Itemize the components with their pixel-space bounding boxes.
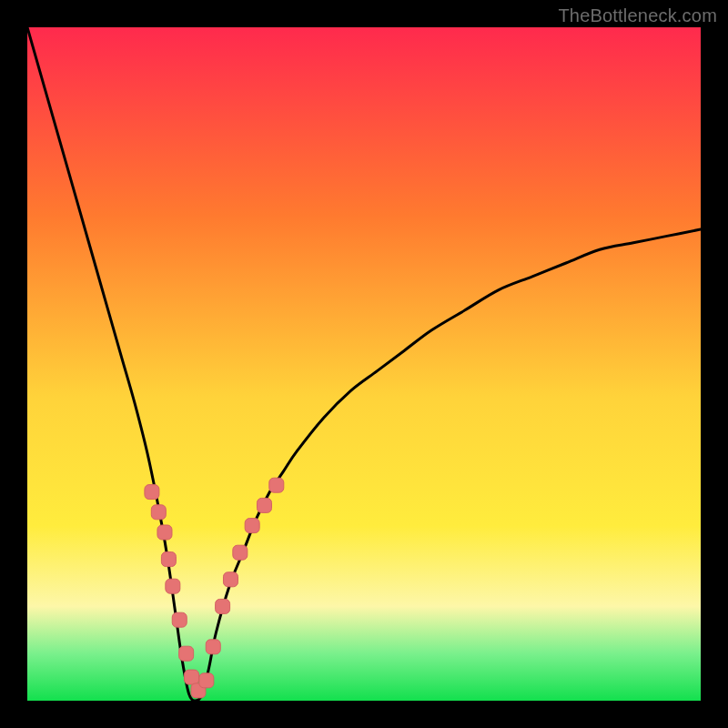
- marker-point: [199, 673, 214, 688]
- marker-point: [206, 640, 220, 654]
- marker-point: [185, 670, 199, 684]
- marker-point: [172, 612, 187, 627]
- watermark-text: TheBottleneck.com: [558, 5, 717, 26]
- marker-point: [157, 525, 172, 540]
- marker-point: [145, 485, 159, 500]
- marker-point: [161, 552, 176, 567]
- chart-frame: [27, 27, 701, 701]
- marker-point: [223, 572, 238, 587]
- marker-point: [257, 498, 271, 512]
- marker-point: [166, 579, 180, 593]
- marker-point: [179, 646, 194, 661]
- marker-point: [269, 478, 284, 492]
- bottleneck-chart: [27, 27, 701, 701]
- chart-background: [27, 27, 701, 701]
- marker-point: [245, 519, 259, 533]
- marker-point: [216, 599, 230, 613]
- marker-point: [151, 505, 166, 520]
- marker-point: [233, 545, 248, 560]
